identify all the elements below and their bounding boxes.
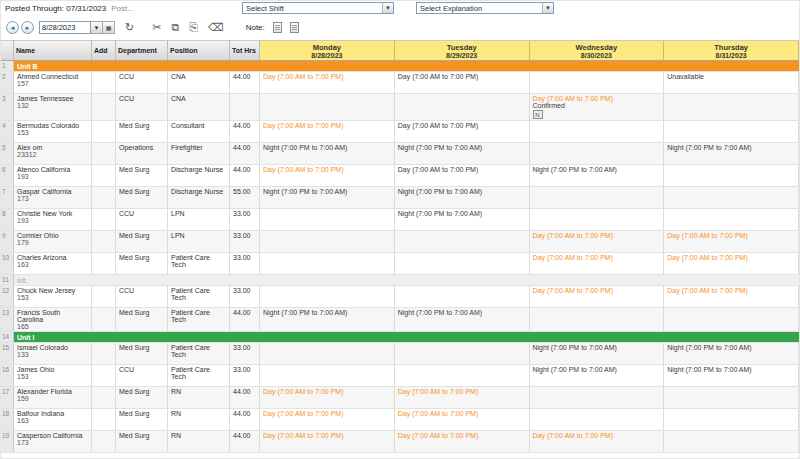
shift-cell[interactable]: Day (7:00 AM to 7:00 PM) bbox=[530, 253, 665, 274]
shift-cell[interactable] bbox=[664, 187, 799, 208]
shift-cell[interactable]: Day (7:00 AM to 7:00 PM) bbox=[260, 409, 395, 430]
name-cell[interactable]: Atenco California193 bbox=[14, 165, 92, 186]
shift-cell[interactable]: Day (7:00 AM to 7:00 PM) bbox=[395, 72, 530, 93]
chevron-down-icon[interactable]: ▼ bbox=[382, 3, 393, 13]
shift-cell[interactable]: Night (7:00 PM to 7:00 AM) bbox=[395, 308, 530, 331]
unit-group-label[interactable]: Init. bbox=[14, 275, 799, 285]
name-cell[interactable]: Ismael Colorado133 bbox=[14, 343, 92, 364]
shift-cell[interactable] bbox=[395, 343, 530, 364]
note-page-icon[interactable] bbox=[273, 22, 282, 33]
name-cell[interactable]: James Tennessee132 bbox=[14, 94, 92, 120]
paste-icon[interactable]: ⎘ bbox=[189, 22, 198, 33]
shift-cell[interactable]: Night (7:00 PM to 7:00 AM) bbox=[530, 165, 665, 186]
add-cell[interactable] bbox=[92, 72, 116, 93]
name-cell[interactable]: Casperson California173 bbox=[14, 431, 92, 452]
shift-cell[interactable]: Unavailable bbox=[664, 72, 799, 93]
header-monday[interactable]: Monday 8/28/2023 bbox=[260, 41, 395, 60]
shift-cell[interactable] bbox=[530, 308, 665, 331]
refresh-icon[interactable]: ↻ bbox=[125, 22, 134, 33]
add-cell[interactable] bbox=[92, 365, 116, 386]
header-department[interactable]: Department bbox=[116, 41, 168, 60]
shift-cell[interactable]: Day (7:00 AM to 7:00 PM) bbox=[664, 286, 799, 307]
unit-group-label[interactable]: Unit B bbox=[14, 61, 799, 71]
shift-cell[interactable] bbox=[664, 409, 799, 430]
shift-cell[interactable] bbox=[260, 231, 395, 252]
header-add[interactable]: Add bbox=[92, 41, 116, 60]
note-badge-icon[interactable]: N bbox=[533, 110, 543, 119]
date-dropdown-icon[interactable]: ▼ bbox=[91, 21, 103, 34]
add-cell[interactable] bbox=[92, 121, 116, 142]
shift-cell[interactable] bbox=[530, 387, 665, 408]
shift-cell[interactable]: Day (7:00 AM to 7:00 PM) bbox=[395, 165, 530, 186]
shift-cell[interactable]: Day (7:00 AM to 7:00 PM) bbox=[260, 121, 395, 142]
copy-icon[interactable]: ⧉ bbox=[171, 22, 179, 33]
calendar-icon[interactable]: ▦ bbox=[103, 21, 115, 34]
note-print-icon[interactable] bbox=[290, 22, 299, 33]
shift-cell[interactable] bbox=[260, 343, 395, 364]
shift-cell[interactable]: Night (7:00 PM to 7:00 AM) bbox=[664, 365, 799, 386]
shift-cell[interactable] bbox=[530, 121, 665, 142]
shift-cell[interactable] bbox=[530, 143, 665, 164]
shift-cell[interactable]: Day (7:00 AM to 7:00 PM) bbox=[260, 387, 395, 408]
shift-cell[interactable] bbox=[530, 187, 665, 208]
name-cell[interactable]: Balfour Indiana163 bbox=[14, 409, 92, 430]
add-cell[interactable] bbox=[92, 209, 116, 230]
unit-group-label[interactable]: Unit I bbox=[14, 332, 799, 342]
shift-cell[interactable] bbox=[260, 365, 395, 386]
shift-cell[interactable]: Night (7:00 PM to 7:00 AM) bbox=[395, 187, 530, 208]
shift-cell[interactable] bbox=[664, 431, 799, 452]
add-cell[interactable] bbox=[92, 94, 116, 120]
shift-cell[interactable] bbox=[530, 409, 665, 430]
shift-cell[interactable]: Night (7:00 PM to 7:00 AM) bbox=[395, 209, 530, 230]
shift-cell[interactable] bbox=[530, 209, 665, 230]
shift-cell[interactable] bbox=[395, 231, 530, 252]
shift-cell[interactable] bbox=[395, 286, 530, 307]
add-cell[interactable] bbox=[92, 343, 116, 364]
shift-cell[interactable]: Day (7:00 AM to 7:00 PM) bbox=[664, 253, 799, 274]
add-cell[interactable] bbox=[92, 308, 116, 331]
name-cell[interactable]: Francis South Carolina165 bbox=[14, 308, 92, 331]
header-thursday[interactable]: Thursday 8/31/2023 bbox=[664, 41, 799, 60]
shift-cell[interactable]: Night (7:00 PM to 7:00 AM) bbox=[260, 187, 395, 208]
shift-cell[interactable]: Night (7:00 PM to 7:00 AM) bbox=[530, 343, 665, 364]
shift-cell[interactable] bbox=[395, 365, 530, 386]
shift-cell[interactable] bbox=[664, 387, 799, 408]
prev-day-button[interactable]: ◄ bbox=[6, 21, 19, 34]
name-cell[interactable]: Bermudas Colorado153 bbox=[14, 121, 92, 142]
shift-cell[interactable]: Day (7:00 AM to 7:00 PM) bbox=[395, 409, 530, 430]
add-cell[interactable] bbox=[92, 387, 116, 408]
name-cell[interactable]: Ahmed Connecticut157 bbox=[14, 72, 92, 93]
shift-cell[interactable]: Day (7:00 AM to 7:00 PM)ConfirmedN bbox=[530, 94, 665, 120]
header-wednesday[interactable]: Wednesday 8/30/2023 bbox=[530, 41, 665, 60]
shift-cell[interactable] bbox=[664, 209, 799, 230]
shift-select[interactable]: Select Shift ▼ bbox=[242, 2, 394, 14]
next-day-button[interactable]: ► bbox=[21, 21, 34, 34]
add-cell[interactable] bbox=[92, 143, 116, 164]
shift-cell[interactable]: Day (7:00 AM to 7:00 PM) bbox=[395, 431, 530, 452]
shift-cell[interactable] bbox=[664, 121, 799, 142]
shift-cell[interactable]: Day (7:00 AM to 7:00 PM) bbox=[664, 231, 799, 252]
add-cell[interactable] bbox=[92, 231, 116, 252]
shift-cell[interactable]: Day (7:00 AM to 7:00 PM) bbox=[395, 387, 530, 408]
shift-cell[interactable] bbox=[260, 209, 395, 230]
shift-cell[interactable]: Day (7:00 AM to 7:00 PM) bbox=[530, 431, 665, 452]
shift-cell[interactable]: Night (7:00 PM to 7:00 AM) bbox=[664, 143, 799, 164]
eraser-icon[interactable]: ⌫ bbox=[208, 22, 224, 33]
shift-cell[interactable] bbox=[260, 94, 395, 120]
shift-cell[interactable]: Day (7:00 AM to 7:00 PM) bbox=[395, 121, 530, 142]
header-tot-hrs[interactable]: Tot Hrs bbox=[230, 41, 260, 60]
header-position[interactable]: Position bbox=[168, 41, 230, 60]
shift-cell[interactable]: Day (7:00 AM to 7:00 PM) bbox=[530, 231, 665, 252]
header-tuesday[interactable]: Tuesday 8/29/2023 bbox=[395, 41, 530, 60]
shift-cell[interactable] bbox=[664, 308, 799, 331]
shift-cell[interactable]: Night (7:00 PM to 7:00 AM) bbox=[260, 143, 395, 164]
shift-cell[interactable] bbox=[260, 286, 395, 307]
shift-cell[interactable] bbox=[664, 165, 799, 186]
shift-cell[interactable]: Night (7:00 PM to 7:00 AM) bbox=[664, 343, 799, 364]
date-input[interactable] bbox=[39, 21, 91, 34]
shift-cell[interactable]: Day (7:00 AM to 7:00 PM) bbox=[530, 286, 665, 307]
name-cell[interactable]: Charles Arizona163 bbox=[14, 253, 92, 274]
add-cell[interactable] bbox=[92, 165, 116, 186]
chevron-down-icon[interactable]: ▼ bbox=[542, 3, 553, 13]
shift-cell[interactable] bbox=[395, 253, 530, 274]
